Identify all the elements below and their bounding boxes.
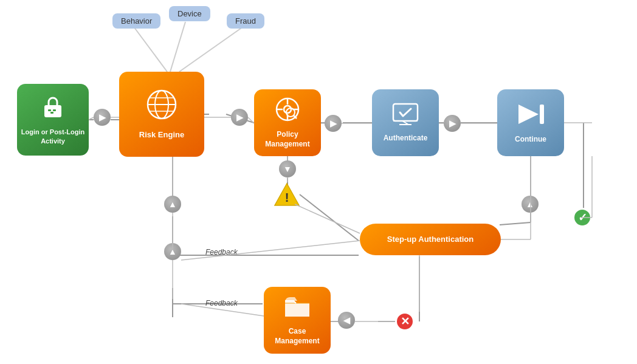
svg-marker-55	[518, 105, 539, 124]
svg-rect-37	[50, 112, 53, 114]
connector-1: ▶	[94, 109, 111, 126]
fraud-badge: Fraud	[227, 13, 264, 29]
svg-line-16	[500, 222, 531, 225]
svg-rect-36	[53, 109, 56, 111]
policy-label: PolicyManagement	[265, 130, 309, 149]
svg-text:!: !	[285, 191, 289, 204]
authenticate-icon	[392, 103, 419, 131]
connector-8: ▲	[522, 196, 539, 213]
behavior-badge: Behavior	[112, 13, 160, 29]
case-management-icon	[284, 295, 311, 325]
login-icon	[41, 94, 65, 124]
continue-icon	[515, 101, 546, 132]
diagram: Behavior Device Fraud Login or Post-Logi…	[0, 0, 637, 364]
case-management-node: CaseManagement	[264, 287, 331, 354]
svg-line-3	[170, 22, 185, 72]
svg-rect-51	[393, 104, 418, 121]
login-node: Login or Post-Login Activity	[17, 84, 89, 156]
stepup-node: Step-up Authentication	[360, 224, 501, 255]
svg-line-2	[134, 27, 167, 72]
connector-6: ▲	[164, 196, 181, 213]
connector-7: ▲	[164, 243, 181, 260]
policy-management-node: PolicyManagement	[254, 89, 321, 156]
connector-9: ◀	[338, 312, 355, 329]
svg-rect-34	[44, 105, 61, 117]
connector-2: ▶	[231, 109, 248, 126]
connector-4: ▶	[444, 115, 461, 132]
case-management-label: CaseManagement	[275, 327, 319, 346]
continue-node: Continue	[497, 89, 564, 156]
warning-indicator: !	[274, 182, 300, 209]
risk-engine-label: Risk Engine	[139, 130, 184, 140]
svg-rect-56	[540, 105, 544, 124]
svg-rect-35	[48, 109, 51, 111]
policy-icon	[275, 97, 300, 128]
authenticate-node: Authenticate	[372, 89, 439, 156]
login-label: Login or Post-Login Activity	[17, 128, 89, 145]
svg-line-70	[295, 204, 360, 233]
svg-line-60	[89, 117, 94, 120]
failure-indicator: ✕	[395, 312, 415, 331]
authenticate-label: Authenticate	[384, 134, 428, 143]
risk-engine-icon	[145, 88, 179, 127]
risk-engine-node: Risk Engine	[119, 72, 204, 157]
svg-line-15	[300, 194, 359, 241]
svg-line-4	[179, 27, 243, 72]
stepup-label: Step-up Authentication	[387, 235, 474, 245]
connector-5: ▼	[279, 160, 296, 177]
feedback-label-2: Feedback	[205, 299, 238, 307]
continue-label: Continue	[515, 135, 546, 145]
svg-line-63	[248, 117, 254, 123]
success-indicator: ✓	[573, 208, 592, 227]
connector-3: ▶	[325, 115, 342, 132]
feedback-label-1: Feedback	[205, 248, 238, 256]
device-badge: Device	[169, 6, 210, 21]
